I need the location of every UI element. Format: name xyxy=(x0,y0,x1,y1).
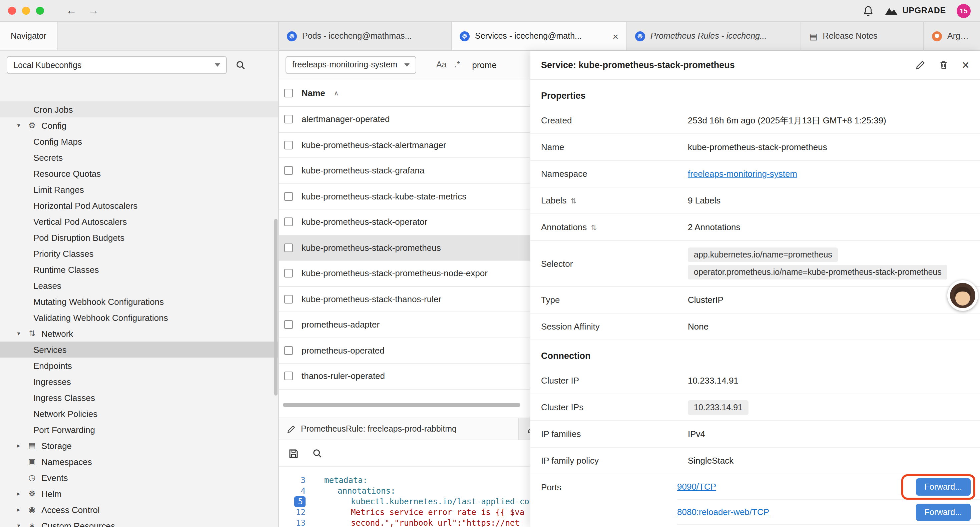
forward-button[interactable]: Forward... xyxy=(916,478,970,495)
chevron-right-icon[interactable]: ▸ xyxy=(15,506,23,513)
chevron-down-icon[interactable]: ▾ xyxy=(15,330,23,337)
code-text: metadata: xyxy=(324,475,368,486)
sidebar-item-label: Resource Quotas xyxy=(33,169,101,178)
match-case-toggle[interactable]: Aa xyxy=(436,60,447,69)
port-link[interactable]: 8080:reloader-web/TCP xyxy=(677,507,769,517)
chevron-down-icon xyxy=(215,64,220,67)
chevron-right-icon[interactable]: ▸ xyxy=(15,490,23,497)
row-checkbox[interactable] xyxy=(284,269,293,278)
row-checkbox[interactable] xyxy=(284,166,293,175)
sidebar-item-ingress-classes[interactable]: Ingress Classes xyxy=(0,390,278,406)
sidebar-item-pod-disruption-budgets[interactable]: Pod Disruption Budgets xyxy=(0,229,278,245)
sidebar-item-endpoints[interactable]: Endpoints xyxy=(0,358,278,374)
sidebar-item-validating-webhook-configurations[interactable]: Validating Webhook Configurations xyxy=(0,309,278,326)
sidebar-item-cron-jobs[interactable]: Cron Jobs xyxy=(0,101,278,118)
chevron-down-icon[interactable]: ▾ xyxy=(15,522,23,527)
kubernetes-icon: ☸ xyxy=(635,31,645,41)
row-checkbox[interactable] xyxy=(284,244,293,252)
cluster-ips-label: Cluster IPs xyxy=(541,402,688,412)
sort-toggle-icon[interactable]: ⇅ xyxy=(571,197,577,205)
close-window-button[interactable] xyxy=(8,7,16,15)
tab-services[interactable]: ☸Services - icecheng@math...× xyxy=(452,22,627,50)
save-icon[interactable] xyxy=(288,448,299,459)
notification-count-badge[interactable]: 15 xyxy=(957,4,970,18)
name-column-header[interactable]: Name xyxy=(302,88,325,98)
network-icon: ⇅ xyxy=(27,329,37,338)
chevron-right-icon[interactable]: ▸ xyxy=(15,442,23,449)
close-tab-icon[interactable]: × xyxy=(612,30,619,42)
sidebar-item-priority-classes[interactable]: Priority Classes xyxy=(0,245,278,261)
sidebar-item-vertical-pod-autoscalers[interactable]: Vertical Pod Autoscalers xyxy=(0,213,278,229)
row-checkbox[interactable] xyxy=(284,346,293,355)
sidebar-item-network-policies[interactable]: Network Policies xyxy=(0,406,278,422)
forward-button[interactable]: → xyxy=(88,5,99,16)
kubeconfig-select[interactable]: Local Kubeconfigs xyxy=(7,56,227,74)
sidebar-item-label: Custom Resources xyxy=(41,521,115,527)
row-checkbox[interactable] xyxy=(284,218,293,226)
sidebar-item-namespaces[interactable]: ▣Namespaces xyxy=(0,454,278,470)
tab-prometheus-rules[interactable]: ☸Prometheus Rules - icecheng... xyxy=(627,22,801,50)
navigator-search-icon[interactable] xyxy=(235,60,245,70)
sidebar-item-label: Namespaces xyxy=(41,457,92,466)
sidebar-item-storage[interactable]: ▸▤Storage xyxy=(0,438,278,454)
sidebar-item-mutating-webhook-configurations[interactable]: Mutating Webhook Configurations xyxy=(0,293,278,309)
ports-row: Ports9090/TCPForward...8080:reloader-web… xyxy=(530,474,980,525)
sidebar-item-events[interactable]: ◷Events xyxy=(0,470,278,486)
sidebar-item-leases[interactable]: Leases xyxy=(0,277,278,293)
select-all-checkbox[interactable] xyxy=(284,88,293,97)
row-checkbox[interactable] xyxy=(284,115,293,124)
sidebar-item-limit-ranges[interactable]: Limit Ranges xyxy=(0,182,278,197)
zoom-window-button[interactable] xyxy=(36,7,44,15)
navigator-scrollbar[interactable] xyxy=(274,219,277,396)
close-icon[interactable]: × xyxy=(962,59,969,72)
minimize-window-button[interactable] xyxy=(22,7,30,15)
port-link[interactable]: 9090/TCP xyxy=(677,482,716,492)
properties-heading: Properties xyxy=(530,80,980,107)
chevron-down-icon[interactable]: ▾ xyxy=(15,122,23,129)
sidebar-item-network[interactable]: ▾⇅Network xyxy=(0,326,278,342)
namespace-value[interactable]: freeleaps-monitoring-system xyxy=(688,169,797,179)
sort-toggle-icon[interactable]: ⇅ xyxy=(591,223,597,231)
row-checkbox[interactable] xyxy=(284,372,293,381)
tab-pods[interactable]: ☸Pods - icecheng@mathmas... xyxy=(279,22,452,50)
row-checkbox[interactable] xyxy=(284,141,293,150)
back-button[interactable]: ← xyxy=(66,5,77,16)
forward-button[interactable]: Forward... xyxy=(916,503,970,521)
sidebar-item-label: Config Maps xyxy=(33,137,82,146)
upgrade-button[interactable]: UPGRADE xyxy=(884,6,946,15)
edit-icon[interactable] xyxy=(915,60,925,70)
row-checkbox[interactable] xyxy=(284,295,293,304)
tab-release-notes[interactable]: ▤Release Notes xyxy=(801,22,924,50)
sort-ascending-icon[interactable]: ∧ xyxy=(334,89,339,96)
sidebar-item-helm[interactable]: ▸☸Helm xyxy=(0,486,278,502)
sidebar-item-config-maps[interactable]: Config Maps xyxy=(0,134,278,150)
sidebar-item-custom-resources[interactable]: ▾∗Custom Resources xyxy=(0,517,278,527)
search-input[interactable]: prome xyxy=(472,60,497,70)
sidebar-item-label: Limit Ranges xyxy=(33,185,84,194)
editor-search-icon[interactable] xyxy=(312,448,322,458)
row-checkbox[interactable] xyxy=(284,320,293,329)
service-name: kube-prometheus-stack-prometheus-node-ex… xyxy=(302,269,488,279)
sidebar-item-secrets[interactable]: Secrets xyxy=(0,150,278,166)
sidebar-item-port-forwarding[interactable]: Port Forwarding xyxy=(0,422,278,438)
cluster-ips-badges: 10.233.14.91 xyxy=(688,397,749,417)
sidebar-item-services[interactable]: Services xyxy=(0,342,278,358)
namespace-select[interactable]: freeleaps-monitoring-system xyxy=(286,56,416,74)
delete-icon[interactable] xyxy=(939,60,949,70)
user-avatar[interactable] xyxy=(947,280,978,311)
dock-tab-prometheusrule[interactable]: PrometheusRule: freeleaps-prod-rabbitmq xyxy=(279,418,519,439)
regex-toggle[interactable]: .* xyxy=(455,60,460,69)
drawer-header: Service: kube-prometheus-stack-prometheu… xyxy=(530,51,980,80)
row-checkbox[interactable] xyxy=(284,192,293,201)
sidebar-item-config[interactable]: ▾⚙Config xyxy=(0,118,278,134)
sidebar-item-horizontal-pod-autoscalers[interactable]: Horizontal Pod Autoscalers xyxy=(0,197,278,213)
sidebar-item-access-control[interactable]: ▸◉Access Control xyxy=(0,502,278,517)
horizontal-scrollbar[interactable] xyxy=(283,403,520,407)
sidebar-item-resource-quotas[interactable]: Resource Quotas xyxy=(0,166,278,182)
line-number: 12 xyxy=(279,507,305,517)
sidebar-item-runtime-classes[interactable]: Runtime Classes xyxy=(0,261,278,277)
notifications-bell-icon[interactable] xyxy=(862,5,873,16)
sidebar-item-ingresses[interactable]: Ingresses xyxy=(0,374,278,390)
titlebar-right-group: UPGRADE 15 xyxy=(862,4,972,18)
tab-argo[interactable]: Argo S... xyxy=(924,22,980,50)
